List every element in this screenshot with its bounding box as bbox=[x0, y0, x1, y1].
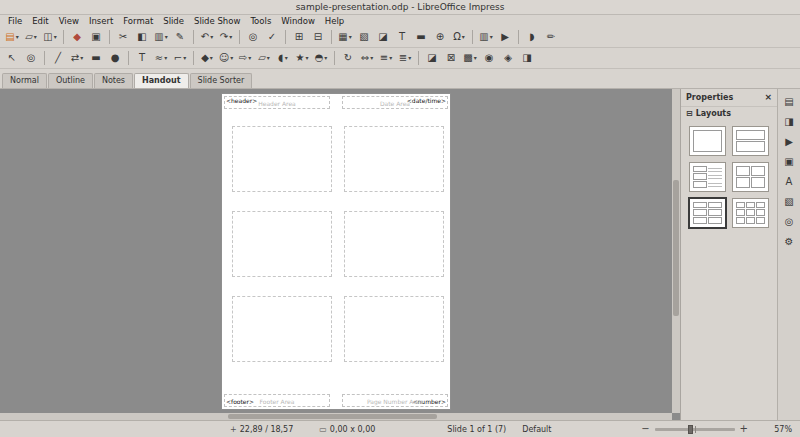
symbol-shapes-button[interactable]: ☺▾ bbox=[217, 49, 235, 66]
points-button[interactable]: ◉ bbox=[480, 49, 498, 66]
image-filter-button[interactable]: ▩▾ bbox=[461, 49, 479, 66]
dropdown-arrow-icon[interactable]: ▾ bbox=[248, 54, 251, 61]
insert-hyperlink-button[interactable]: ⊕ bbox=[431, 28, 449, 45]
dropdown-arrow-icon[interactable]: ▾ bbox=[285, 54, 288, 61]
view-tab-outline[interactable]: Outline bbox=[48, 73, 93, 88]
navigator-deck-icon[interactable]: ◎ bbox=[781, 214, 798, 230]
slide-placeholder-4[interactable] bbox=[344, 211, 444, 277]
zoom-level-cell[interactable]: 57% bbox=[762, 425, 792, 434]
dropdown-arrow-icon[interactable]: ▾ bbox=[370, 54, 373, 61]
close-sidebar-icon[interactable]: × bbox=[764, 92, 772, 102]
horizontal-scrollbar-thumb[interactable] bbox=[228, 414, 436, 419]
zoom-slider[interactable] bbox=[655, 428, 735, 431]
rotate-button[interactable]: ↻ bbox=[339, 49, 357, 66]
slide-placeholder-5[interactable] bbox=[232, 296, 332, 362]
slide-placeholder-3[interactable] bbox=[232, 211, 332, 277]
page-number-area[interactable]: <number> Page Number Area bbox=[342, 394, 448, 407]
dropdown-arrow-icon[interactable]: ▾ bbox=[267, 54, 270, 61]
dropdown-arrow-icon[interactable]: ▾ bbox=[164, 54, 167, 61]
menu-edit[interactable]: Edit bbox=[27, 16, 53, 26]
zoom-slider-handle[interactable] bbox=[688, 425, 693, 434]
master-slides-deck-icon[interactable]: ▣ bbox=[781, 154, 798, 170]
dropdown-arrow-icon[interactable]: ▾ bbox=[389, 54, 392, 61]
dropdown-arrow-icon[interactable]: ▾ bbox=[16, 33, 19, 40]
dropdown-arrow-icon[interactable]: ▾ bbox=[230, 54, 233, 61]
crop-image-button[interactable]: ⊠ bbox=[442, 49, 460, 66]
dropdown-arrow-icon[interactable]: ▾ bbox=[349, 33, 352, 40]
menu-slide[interactable]: Slide bbox=[158, 16, 189, 26]
display-grid-button[interactable]: ⊞ bbox=[290, 28, 308, 45]
slide-info-cell[interactable]: Slide 1 of 1 (7) bbox=[447, 425, 506, 434]
animation-deck-icon[interactable]: ▶ bbox=[781, 134, 798, 150]
dropdown-arrow-icon[interactable]: ▾ bbox=[165, 33, 168, 40]
menu-format[interactable]: Format bbox=[118, 16, 158, 26]
dropdown-arrow-icon[interactable]: ▾ bbox=[474, 54, 477, 61]
flowchart-shapes-button[interactable]: ▱▾ bbox=[255, 49, 273, 66]
stars-and-banners-button[interactable]: ★▾ bbox=[293, 49, 311, 66]
zoom-and-pan-button[interactable]: ◎ bbox=[22, 49, 40, 66]
snap-to-grid-button[interactable]: ⊟ bbox=[309, 28, 327, 45]
slide-placeholder-2[interactable] bbox=[344, 126, 444, 192]
dropdown-arrow-icon[interactable]: ▾ bbox=[408, 54, 411, 61]
slide-style-cell[interactable]: Default bbox=[522, 425, 551, 434]
insert-special-character-button[interactable]: Ω▾ bbox=[450, 28, 468, 45]
insert-table-button[interactable]: ▦▾ bbox=[336, 28, 354, 45]
arrange-button[interactable]: ≣▾ bbox=[396, 49, 414, 66]
layout-9-slides-thumbnail[interactable] bbox=[732, 198, 769, 228]
layout-6-slides-thumbnail[interactable] bbox=[689, 198, 726, 228]
cut-button[interactable]: ✂ bbox=[114, 28, 132, 45]
dropdown-arrow-icon[interactable]: ▾ bbox=[210, 33, 213, 40]
layouts-section-header[interactable]: ⊟ Layouts bbox=[681, 106, 777, 120]
connectors-button[interactable]: ⌐▾ bbox=[171, 49, 189, 66]
align-objects-button[interactable]: ≡▾ bbox=[377, 49, 395, 66]
menu-file[interactable]: File bbox=[3, 16, 27, 26]
find-and-replace-button[interactable]: ◎ bbox=[244, 28, 262, 45]
vertical-scrollbar[interactable] bbox=[672, 89, 680, 413]
collapse-section-icon[interactable]: ⊟ bbox=[686, 109, 693, 118]
insert-comment-button[interactable]: ◗ bbox=[523, 28, 541, 45]
layout-2-slides-thumbnail[interactable] bbox=[732, 126, 769, 156]
sidebar-settings-icon[interactable]: ⚙ bbox=[781, 234, 798, 250]
copy-button[interactable]: ◧ bbox=[133, 28, 151, 45]
insert-image-button[interactable]: ▧ bbox=[355, 28, 373, 45]
footer-area[interactable]: <footer> Footer Area bbox=[224, 394, 330, 407]
view-tab-handout[interactable]: Handout bbox=[134, 73, 189, 88]
zoom-out-button[interactable]: − bbox=[639, 424, 651, 434]
slide-transition-deck-icon[interactable]: ◨ bbox=[781, 114, 798, 130]
insert-text-box-button[interactable]: T bbox=[393, 28, 411, 45]
dropdown-arrow-icon[interactable]: ▾ bbox=[490, 33, 493, 40]
layout-3-slides-notes-thumbnail[interactable] bbox=[689, 162, 726, 192]
toggle-extrusion-button[interactable]: ◨ bbox=[518, 49, 536, 66]
gallery-deck-icon[interactable]: ▧ bbox=[781, 194, 798, 210]
handout-canvas[interactable]: <header> Header Area <date/time> Date Ar… bbox=[0, 89, 672, 413]
view-tab-notes[interactable]: Notes bbox=[94, 73, 133, 88]
header-area[interactable]: <header> Header Area bbox=[224, 96, 330, 109]
menu-help[interactable]: Help bbox=[320, 16, 349, 26]
open-file-button[interactable]: ▱▾ bbox=[22, 28, 40, 45]
menu-insert[interactable]: Insert bbox=[84, 16, 118, 26]
insert-chart-button[interactable]: ◪ bbox=[374, 28, 392, 45]
spelling-button[interactable]: ✓ bbox=[263, 28, 281, 45]
text-box-button[interactable]: T bbox=[133, 49, 151, 66]
dropdown-arrow-icon[interactable]: ▾ bbox=[462, 33, 465, 40]
dropdown-arrow-icon[interactable]: ▾ bbox=[210, 54, 213, 61]
dropdown-arrow-icon[interactable]: ▾ bbox=[305, 54, 308, 61]
clone-formatting-button[interactable]: ✎ bbox=[171, 28, 189, 45]
export-pdf-button[interactable]: ◆ bbox=[68, 28, 86, 45]
select-button[interactable]: ↖ bbox=[3, 49, 21, 66]
insert-line-button[interactable]: ╱ bbox=[49, 49, 67, 66]
layout-1-slide-thumbnail[interactable] bbox=[689, 126, 726, 156]
zoom-in-button[interactable]: + bbox=[738, 424, 750, 434]
view-tab-slide-sorter[interactable]: Slide Sorter bbox=[190, 73, 253, 88]
new-document-button[interactable]: ▤▾ bbox=[3, 28, 21, 45]
properties-deck-icon[interactable]: ▤ bbox=[781, 94, 798, 110]
ellipse-button[interactable]: ● bbox=[106, 49, 124, 66]
start-from-first-slide-button[interactable]: ▶ bbox=[496, 28, 514, 45]
lines-and-arrows-button[interactable]: ⇄▾ bbox=[68, 49, 86, 66]
3d-objects-button[interactable]: ◓▾ bbox=[312, 49, 330, 66]
insert-header-footer-button[interactable]: ▬ bbox=[412, 28, 430, 45]
date-area[interactable]: <date/time> Date Area bbox=[342, 96, 448, 109]
dropdown-arrow-icon[interactable]: ▾ bbox=[54, 33, 57, 40]
undo-button[interactable]: ↶▾ bbox=[198, 28, 216, 45]
shadow-button[interactable]: ◪ bbox=[423, 49, 441, 66]
